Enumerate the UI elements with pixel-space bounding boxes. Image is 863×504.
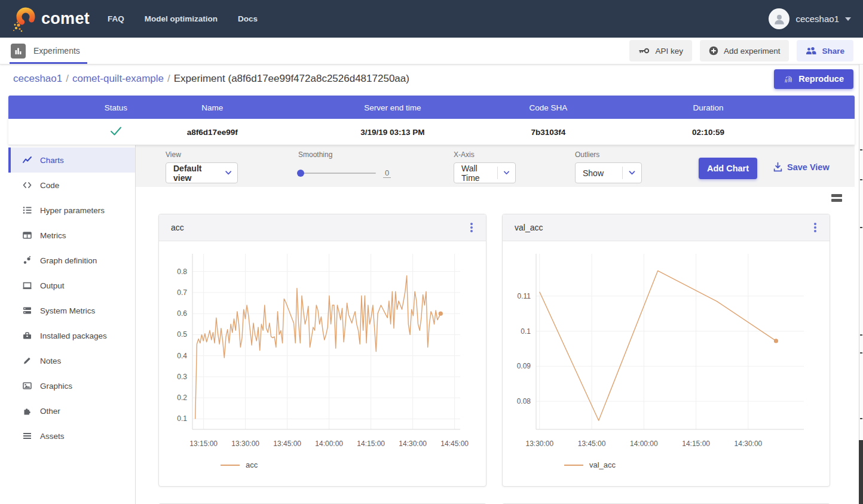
toolbox-icon [22,330,32,341]
view-dropdown[interactable]: Default view [166,162,238,183]
puzzle-icon [22,405,32,416]
fingerprint-icon [784,74,794,84]
sidebar-item-notes[interactable]: Notes [8,348,135,373]
nav-model-optimization[interactable]: Model optimization [145,14,218,23]
svg-text:13:30:00: 13:30:00 [231,440,259,448]
add-experiment-button[interactable]: Add experiment [700,40,789,62]
svg-text:14:30:00: 14:30:00 [399,440,427,448]
svg-text:13:45:00: 13:45:00 [273,440,301,448]
sidebar-item-system-metrics[interactable]: System Metrics [8,298,135,323]
chart-card-header: val_acc [503,214,830,241]
legend-item-val-acc[interactable]: val_acc [564,460,830,469]
comet-logo[interactable]: comet [12,6,90,32]
svg-text:0.2: 0.2 [177,394,187,402]
chart-title: val_acc [515,223,543,232]
username: ceceshao1 [795,14,839,24]
share-button[interactable]: Share [797,40,853,62]
sidebar-item-label: Output [40,281,65,290]
experiment-summary-table: Status Name Server end time Code SHA Dur… [8,96,855,145]
sidebar-item-hyper-parameters[interactable]: Hyper parameters [8,198,135,223]
col-code-sha: Code SHA [530,103,568,112]
breadcrumb-owner-link[interactable]: ceceshao1 [13,73,62,85]
svg-text:14:15:00: 14:15:00 [682,440,710,448]
nav-docs[interactable]: Docs [238,14,258,23]
server-icon [22,305,32,316]
window-icon [22,280,32,291]
svg-text:0.3: 0.3 [177,373,187,381]
smoothing-slider-thumb[interactable] [297,170,304,177]
chevron-down-icon [504,171,509,175]
smoothing-slider[interactable] [298,173,376,174]
comet-experiment-page: comet FAQ Model optimization Docs cecesh… [0,0,863,504]
tab-experiments[interactable]: Experiments [10,38,87,64]
legend-item-acc[interactable]: acc [221,460,486,469]
svg-text:0.1: 0.1 [177,414,187,423]
smoothing-value[interactable]: 0 [383,168,391,178]
smoothing-label: Smoothing [298,150,391,159]
outliers-dropdown[interactable]: Show [575,162,642,183]
sidebar-item-label: Charts [40,156,64,165]
svg-text:14:00:00: 14:00:00 [630,440,658,448]
scrollbar-thumb[interactable] [859,440,863,504]
api-key-button[interactable]: API key [629,40,692,62]
top-navbar: comet FAQ Model optimization Docs cecesh… [0,0,863,38]
people-icon [806,47,816,55]
reproduce-button[interactable]: Reproduce [774,69,853,89]
sidebar-item-assets[interactable]: Assets [8,423,135,448]
sidebar-item-label: Hyper parameters [40,206,105,215]
col-duration: Duration [693,103,724,112]
outliers-value: Show [583,168,604,178]
svg-text:0.08: 0.08 [517,397,531,405]
scrollbar[interactable] [859,64,863,504]
col-name: Name [201,103,223,112]
top-nav-links: FAQ Model optimization Docs [108,14,258,23]
sidebar-item-code[interactable]: Code [8,173,135,198]
svg-text:0.11: 0.11 [518,292,531,300]
legend-line-swatch [221,465,240,466]
sidebar-item-other[interactable]: Other [8,398,135,423]
avatar [769,8,789,29]
kebab-menu-icon[interactable] [468,220,475,235]
bar-chart-icon [11,44,26,59]
x-axis-value: Wall Time [461,164,491,183]
list-bullets-icon [22,205,32,216]
sidebar-item-label: Graphics [40,382,72,391]
add-chart-button[interactable]: Add Chart [699,158,757,179]
tab-actions: API key Add experiment Share [629,40,853,62]
key-icon [638,46,650,56]
sidebar-item-label: Assets [40,432,65,441]
user-menu[interactable]: ceceshao1 [769,8,851,29]
nav-faq[interactable]: FAQ [108,14,124,23]
sidebar-item-charts[interactable]: Charts [8,147,135,173]
line-chart-icon [22,155,32,165]
chart-controls-bar: View Default view Smoothing 0 [136,145,855,187]
svg-text:13:30:00: 13:30:00 [525,440,553,448]
plus-circle-icon [709,46,718,56]
sidebar-item-label: Metrics [40,231,66,240]
chart-plot-val-acc[interactable]: 13:30:0013:45:0014:00:0014:15:0014:30:00… [503,244,819,454]
sidebar-item-metrics[interactable]: Metrics [8,223,135,248]
dropdown-separator [622,167,623,179]
status-check-icon [110,126,122,138]
sidebar-item-graph-definition[interactable]: Graph definition [8,248,135,273]
sidebar-item-label: Installed packages [40,331,107,340]
breadcrumb-separator: / [66,73,69,85]
image-icon [22,380,32,391]
sidebar-item-installed-packages[interactable]: Installed packages [8,323,135,348]
breadcrumb-project-link[interactable]: comet-quilt-example [72,73,164,85]
svg-text:0.7: 0.7 [177,288,187,297]
chart-plot-acc[interactable]: 13:15:0013:30:0013:45:0014:00:0014:15:00… [159,244,476,454]
sidebar-item-label: System Metrics [40,306,95,315]
reproduce-label: Reproduce [798,74,844,84]
pencil-icon [22,355,32,366]
view-label: View [166,150,238,159]
charts-area: acc 13:15:0013:30:0013:45:0014:00:0014:1… [136,187,855,504]
save-view-button[interactable]: Save View [773,162,830,172]
sidebar-item-graphics[interactable]: Graphics [8,373,135,398]
x-axis-dropdown[interactable]: Wall Time [454,162,516,183]
sidebar-item-label: Notes [40,357,61,365]
kebab-menu-icon[interactable] [812,220,819,235]
sidebar-item-output[interactable]: Output [8,273,135,298]
stack-icon [22,431,32,441]
list-view-toggle-icon[interactable] [831,194,842,202]
